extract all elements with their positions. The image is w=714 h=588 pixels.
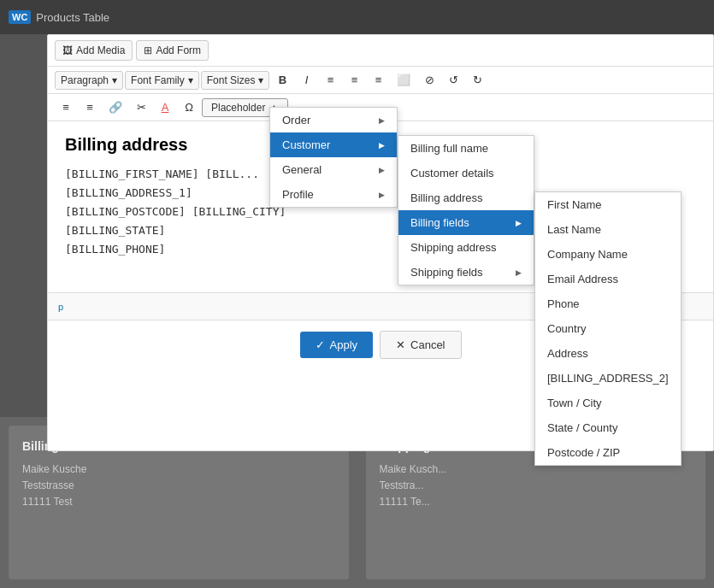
last-name-label: Last Name [547, 223, 601, 236]
dropdown-l2-menu: Billing full name Customer details Billi… [398, 135, 534, 285]
top-bar: WC Products Table [0, 0, 714, 34]
toolbar-row2: Paragraph ▾ Font Family ▾ Font Sizes ▾ B… [48, 67, 713, 94]
add-form-icon: ⊞ [144, 44, 152, 56]
align-left-button[interactable]: ≡ [319, 70, 341, 90]
list-unordered-button[interactable]: ≡ [55, 97, 77, 117]
apply-label: Apply [330, 338, 358, 351]
general-chevron-icon [379, 165, 385, 174]
font-sizes-label: Font Sizes [207, 74, 256, 86]
link-button[interactable]: 🔗 [103, 97, 128, 117]
field-billing-address2[interactable]: [BILLING_ADDRESS_2] [535, 366, 681, 391]
dropdown-billing-fields[interactable]: Billing fields [398, 210, 534, 235]
field-company-name[interactable]: Company Name [535, 242, 681, 267]
field-phone[interactable]: Phone [535, 291, 681, 316]
align-right-button[interactable]: ≡ [367, 70, 389, 90]
add-media-icon: 🖼 [62, 44, 73, 56]
customer-chevron-icon [379, 140, 385, 150]
dropdown-level1: Order Customer General Profile Billing f… [269, 107, 398, 208]
shipping-fields-label: Shipping fields [410, 266, 483, 279]
placeholder-label: Placeholder [211, 102, 265, 114]
undo-button[interactable]: ↺ [442, 70, 464, 90]
bold-button[interactable]: B [271, 70, 293, 90]
dropdown-order[interactable]: Order [270, 108, 397, 132]
font-family-label: Font Family [131, 74, 185, 86]
billing-card-line3: 11111 Test [22, 494, 335, 510]
dropdown-shipping-address[interactable]: Shipping address [398, 235, 534, 260]
town-city-label: Town / City [547, 397, 602, 409]
format-button[interactable]: ⬜ [391, 70, 416, 90]
billing-fields-chevron-icon [516, 218, 522, 227]
field-email-address[interactable]: Email Address [535, 267, 681, 291]
font-family-select[interactable]: Font Family ▾ [125, 71, 199, 90]
italic-button[interactable]: I [295, 70, 317, 90]
dropdown-order-label: Order [282, 114, 310, 126]
top-bar-title: Products Table [36, 11, 109, 24]
font-sizes-chevron: ▾ [258, 74, 263, 86]
postcode-zip-label: Postcode / ZIP [547, 446, 620, 459]
color-button[interactable]: A [154, 97, 176, 117]
dropdown-billing-fullname[interactable]: Billing full name [398, 136, 534, 161]
field-state-county[interactable]: State / County [535, 415, 681, 440]
field-first-name[interactable]: First Name [535, 192, 681, 217]
paragraph-label: Paragraph [61, 74, 109, 86]
paragraph-chevron: ▾ [112, 74, 117, 86]
font-sizes-select[interactable]: Font Sizes ▾ [201, 71, 270, 90]
font-family-chevron: ▾ [188, 74, 193, 86]
paragraph-select[interactable]: Paragraph ▾ [55, 71, 123, 90]
link-clear-button[interactable]: ⊘ [418, 70, 440, 90]
list-ordered-button[interactable]: ≡ [79, 97, 101, 117]
top-bar-logo: WC [9, 10, 31, 24]
unlink-button[interactable]: ✂ [130, 97, 152, 117]
dropdown-customer[interactable]: Customer [270, 132, 397, 157]
shipping-card-line2: Teststra... [380, 478, 693, 494]
profile-chevron-icon [379, 190, 385, 199]
billing-card-line2: Teststrasse [22, 478, 335, 494]
dropdown-l1-menu: Order Customer General Profile [269, 107, 398, 208]
dropdown-billing-address[interactable]: Billing address [398, 185, 534, 210]
billing-address2-label: [BILLING_ADDRESS_2] [547, 372, 669, 385]
special-char-button[interactable]: Ω [178, 97, 200, 117]
first-name-label: First Name [547, 198, 602, 211]
add-form-button[interactable]: ⊞ Add Form [136, 40, 209, 61]
dropdown-profile[interactable]: Profile [270, 182, 397, 207]
editor-tag: p [58, 302, 63, 312]
billing-fullname-label: Billing full name [410, 142, 488, 155]
field-address[interactable]: Address [535, 341, 681, 366]
shipping-fields-chevron-icon [516, 268, 522, 277]
dropdown-customer-details[interactable]: Customer details [398, 161, 534, 185]
dropdown-l3-menu: First Name Last Name Company Name Email … [534, 191, 682, 466]
redo-button[interactable]: ↻ [466, 70, 488, 90]
address-label: Address [547, 347, 588, 360]
dropdown-profile-label: Profile [282, 188, 314, 201]
add-form-label: Add Form [156, 44, 201, 56]
add-media-button[interactable]: 🖼 Add Media [55, 40, 133, 61]
state-county-label: State / County [547, 421, 617, 434]
cancel-label: Cancel [410, 338, 445, 351]
cancel-x-icon: ✕ [396, 338, 405, 351]
cancel-button[interactable]: ✕ Cancel [380, 331, 461, 359]
field-country[interactable]: Country [535, 316, 681, 341]
phone-label: Phone [547, 297, 580, 310]
dropdown-general-label: General [282, 163, 322, 176]
dropdown-customer-label: Customer [282, 138, 330, 151]
shipping-card-line3: 11111 Te... [380, 494, 693, 510]
field-town-city[interactable]: Town / City [535, 391, 681, 415]
email-address-label: Email Address [547, 273, 618, 285]
field-postcode-zip[interactable]: Postcode / ZIP [535, 440, 681, 465]
country-label: Country [547, 322, 587, 335]
shipping-address-label: Shipping address [410, 241, 496, 254]
dropdown-shipping-fields[interactable]: Shipping fields [398, 260, 534, 285]
field-last-name[interactable]: Last Name [535, 217, 681, 242]
customer-details-label: Customer details [410, 167, 494, 179]
billing-address-label: Billing address [410, 191, 483, 204]
billing-fields-label: Billing fields [410, 216, 469, 229]
apply-check-icon: ✓ [316, 338, 325, 351]
company-name-label: Company Name [547, 248, 628, 261]
toolbar-row1: 🖼 Add Media ⊞ Add Form [48, 35, 713, 67]
order-chevron-icon [379, 115, 385, 125]
billing-card-line1: Maike Kusche [22, 462, 335, 478]
dropdown-general[interactable]: General [270, 157, 397, 182]
align-center-button[interactable]: ≡ [343, 70, 365, 90]
apply-button[interactable]: ✓ Apply [300, 332, 374, 358]
add-media-label: Add Media [76, 44, 125, 56]
